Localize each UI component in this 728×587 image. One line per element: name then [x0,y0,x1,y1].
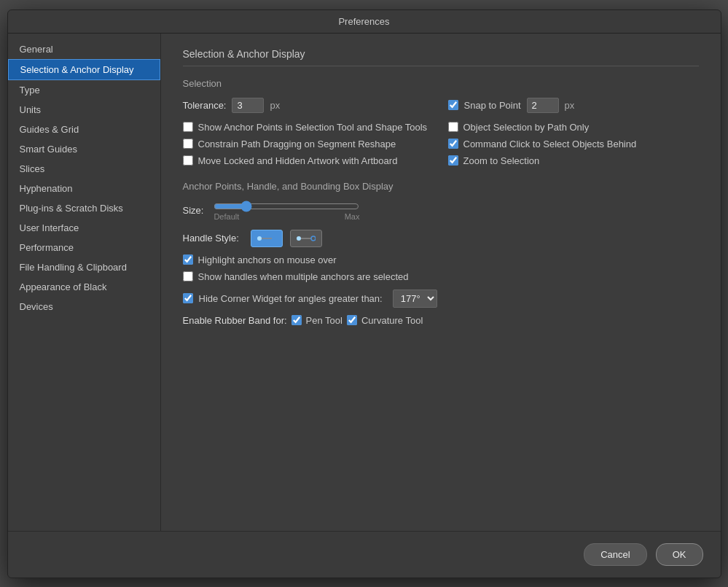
svg-point-3 [297,236,301,241]
size-slider-container: Default Max [214,201,359,221]
preferences-dialog: Preferences General Selection & Anchor D… [7,9,721,578]
svg-marker-2 [272,236,276,241]
sidebar-item-plugins-scratch[interactable]: Plug-ins & Scratch Disks [8,198,160,218]
move-locked-checkbox[interactable] [183,155,193,166]
pen-tool-checkbox[interactable] [291,315,302,325]
curvature-tool-label[interactable]: Curvature Tool [361,315,423,326]
show-handles-label[interactable]: Show handles when multiple anchors are s… [183,271,699,282]
object-selection-label[interactable]: Object Selection by Path Only [448,122,699,133]
handle-style-2-icon [297,233,316,244]
handle-style-1-icon [257,233,276,244]
dialog-title: Preferences [338,16,389,27]
sidebar-item-devices[interactable]: Devices [8,297,160,316]
sidebar-item-appearance-black[interactable]: Appearance of Black [8,277,160,297]
sidebar-item-guides-grid[interactable]: Guides & Grid [8,120,160,139]
dialog-footer: Cancel OK [8,531,721,578]
highlight-anchors-checkbox[interactable] [183,254,193,265]
size-slider[interactable] [214,201,359,212]
curvature-tool-checkbox[interactable] [347,315,357,325]
sidebar-item-smart-guides[interactable]: Smart Guides [8,139,160,159]
selection-subsection-title: Selection [183,78,699,89]
slider-max-label: Max [345,212,360,221]
main-content: Selection & Anchor Display Selection Tol… [161,34,721,531]
corner-widget-checkbox[interactable] [183,293,193,303]
dialog-body: General Selection & Anchor Display Type … [8,34,721,531]
title-bar: Preferences [8,10,721,34]
section-title: Selection & Anchor Display [183,48,699,66]
constrain-path-label[interactable]: Constrain Path Dragging on Segment Resha… [183,139,434,149]
corner-widget-label[interactable]: Hide Corner Widget for angles greater th… [199,293,387,304]
sidebar-item-performance[interactable]: Performance [8,238,160,257]
snap-to-point-input[interactable] [527,98,559,113]
sidebar-item-selection-anchor-display[interactable]: Selection & Anchor Display [8,59,160,80]
show-handles-checkbox[interactable] [183,271,193,281]
svg-point-0 [257,236,262,241]
tolerance-label: Tolerance: [183,100,227,111]
handle-style-btn-1[interactable] [251,230,283,247]
sidebar: General Selection & Anchor Display Type … [8,34,161,531]
show-anchor-label[interactable]: Show Anchor Points in Selection Tool and… [183,122,434,133]
sidebar-item-file-handling[interactable]: File Handling & Clipboard [8,257,160,277]
show-anchor-checkbox[interactable] [183,122,193,132]
ok-button[interactable]: OK [656,543,703,566]
rubber-band-row: Enable Rubber Band for: Pen Tool Curvatu… [183,315,699,326]
size-label: Size: [183,205,204,216]
pen-tool-label[interactable]: Pen Tool [306,315,343,326]
zoom-to-selection-checkbox[interactable] [448,155,458,166]
svg-point-5 [311,236,316,241]
tolerance-unit: px [270,100,280,111]
highlight-anchors-label[interactable]: Highlight anchors on mouse over [183,254,699,265]
move-locked-label[interactable]: Move Locked and Hidden Artwork with Artb… [183,155,434,166]
corner-widget-dropdown[interactable]: 177° 90° 120° 135° 150° 160° 170° [393,289,437,308]
anchor-subsection-title: Anchor Points, Handle, and Bounding Box … [183,181,699,192]
snap-to-point-label[interactable]: Snap to Point [464,100,521,111]
cancel-button[interactable]: Cancel [584,543,646,566]
sidebar-item-general[interactable]: General [8,39,160,59]
zoom-to-selection-label[interactable]: Zoom to Selection [448,155,699,166]
sidebar-item-units[interactable]: Units [8,100,160,120]
sidebar-item-hyphenation[interactable]: Hyphenation [8,179,160,198]
tolerance-input[interactable] [232,98,264,113]
anchor-section: Anchor Points, Handle, and Bounding Box … [183,181,699,326]
rubber-band-label: Enable Rubber Band for: [183,315,287,326]
snap-to-point-checkbox[interactable] [448,100,458,110]
sidebar-item-type[interactable]: Type [8,80,160,100]
handle-style-btn-2[interactable] [290,230,322,247]
command-click-checkbox[interactable] [448,139,458,149]
command-click-label[interactable]: Command Click to Select Objects Behind [448,139,699,149]
slider-min-label: Default [214,212,239,221]
sidebar-item-user-interface[interactable]: User Interface [8,218,160,238]
sidebar-item-slices[interactable]: Slices [8,159,160,179]
object-selection-checkbox[interactable] [448,122,458,132]
snap-to-point-unit: px [565,100,575,111]
handle-style-label: Handle Style: [183,233,239,244]
constrain-path-checkbox[interactable] [183,139,193,149]
